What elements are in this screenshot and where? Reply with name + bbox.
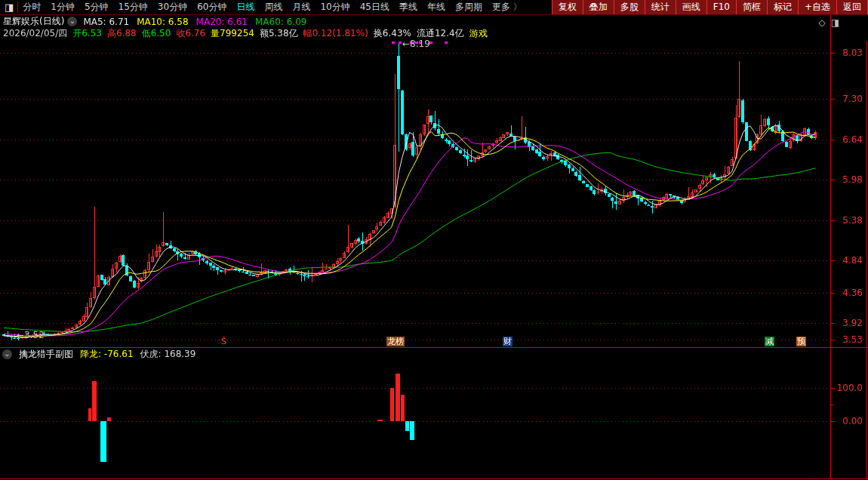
event-badge[interactable]: 预 <box>796 337 806 346</box>
quote-field-0: 2026/02/05/四 <box>3 27 67 40</box>
menu-item-13[interactable]: 多周期 <box>455 1 482 14</box>
diamond-icon[interactable]: ◇ <box>818 17 825 28</box>
toolbar-button-9[interactable]: 返回 <box>836 0 868 14</box>
sub-axis-label: 0.00 <box>833 416 863 426</box>
menu-item-14[interactable]: 更多 〉 <box>492 1 522 14</box>
menu-item-3[interactable]: 15分钟 <box>119 1 148 14</box>
sub-chart-title: 擒龙猎手副图 <box>19 348 73 361</box>
menu-item-9[interactable]: 10分钟 <box>320 1 349 14</box>
quote-field-4: 收6.76 <box>176 27 205 40</box>
toolbar-button-2[interactable]: 多股 <box>614 0 645 14</box>
tdx-stock-app: ◨ 分时1分钟5分钟15分钟30分钟60分钟日线周线月线10分钟45日线季线年线… <box>0 0 868 480</box>
menu-item-1[interactable]: 1分钟 <box>51 1 75 14</box>
price-annotation: ←8.19 <box>402 38 430 49</box>
ma-value-labels: MA5: 6.71MA10: 6.58MA20: 6.61MA60: 6.09 <box>83 17 314 27</box>
event-badge[interactable]: 减 <box>765 337 774 346</box>
menu-item-5[interactable]: 60分钟 <box>197 1 226 14</box>
toolbar-button-0[interactable]: 复权 <box>552 0 583 14</box>
y-axis-label: 8.03 <box>833 48 863 58</box>
quote-field-3: 低6.50 <box>142 27 171 40</box>
split-window-icon[interactable]: ◨ <box>831 17 839 28</box>
y-axis-label: 3.92 <box>833 318 863 328</box>
ma-label-0: MA5: 6.71 <box>83 17 129 27</box>
toolbar-button-6[interactable]: 简框 <box>736 0 767 14</box>
menu-item-10[interactable]: 45日线 <box>360 1 389 14</box>
menu-item-2[interactable]: 5分钟 <box>85 1 109 14</box>
menu-item-7[interactable]: 周线 <box>264 1 282 14</box>
ma-label-3: MA60: 6.09 <box>255 17 306 27</box>
quote-field-6: 额5.38亿 <box>260 27 298 40</box>
menu-item-4[interactable]: 30分钟 <box>158 1 187 14</box>
ma-label-2: MA20: 6.61 <box>196 17 248 27</box>
chevron-down-icon[interactable]: ⌄ <box>2 349 12 359</box>
chart-title-row: 星辉娱乐(日线) ⌄ MA5: 6.71MA10: 6.58MA20: 6.61… <box>3 16 314 27</box>
chart-corner-icons: ◇ ◨ <box>818 17 839 28</box>
quote-field-2: 高6.88 <box>107 27 137 40</box>
menu-item-8[interactable]: 月线 <box>292 1 310 14</box>
menu-item-0[interactable]: 分时 <box>23 1 41 14</box>
quote-field-10: 游戏 <box>469 27 488 40</box>
period-menu-bar: ◨ 分时1分钟5分钟15分钟30分钟60分钟日线周线月线10分钟45日线季线年线… <box>0 0 868 15</box>
toolbar-button-1[interactable]: 叠加 <box>583 0 614 14</box>
sub-axis-label: 100.0 <box>833 383 863 393</box>
price-annotation: ←3.52 <box>17 330 45 340</box>
y-axis-label: 4.84 <box>833 255 863 266</box>
y-axis-label: 4.36 <box>833 288 863 298</box>
quote-info-row: 2026/02/05/四开6.53高6.88低6.50收6.76量799254额… <box>3 28 488 39</box>
toolbar-button-7[interactable]: 标记 <box>767 0 798 14</box>
window-split-icon[interactable]: ◨ <box>5 0 14 14</box>
quote-field-5: 量799254 <box>211 27 254 40</box>
menu-item-12[interactable]: 年线 <box>427 1 445 14</box>
menu-divider <box>17 2 18 13</box>
chevron-down-icon[interactable]: ⌄ <box>67 17 77 26</box>
toolbar-button-3[interactable]: 统计 <box>645 0 676 14</box>
sub-series-2: 伏虎: 168.39 <box>140 348 196 361</box>
toolbar-button-4[interactable]: 画线 <box>676 0 706 14</box>
event-badge[interactable]: 龙榜 <box>386 337 405 346</box>
stock-title: 星辉娱乐(日线) <box>3 15 64 28</box>
period-menu-items: 分时1分钟5分钟15分钟30分钟60分钟日线周线月线10分钟45日线季线年线多周… <box>23 1 522 14</box>
y-axis-label: 7.30 <box>833 94 863 104</box>
quote-field-1: 开6.53 <box>72 27 102 40</box>
toolbar-buttons: 复权叠加多股统计画线F10简框标记+自选返回 <box>552 0 868 14</box>
event-badge[interactable]: Ŝ <box>220 337 227 346</box>
chart-canvas[interactable] <box>0 0 868 480</box>
toolbar-button-8[interactable]: +自选 <box>798 0 836 14</box>
sub-chart-header: ⌄ 擒龙猎手副图 降龙: -76.61 伏虎: 168.39 <box>2 349 195 360</box>
menu-item-11[interactable]: 季线 <box>399 1 417 14</box>
menu-item-6[interactable]: 日线 <box>236 1 254 14</box>
quote-field-7: 幅0.12(1.81%) <box>303 27 368 40</box>
event-badge[interactable]: 财 <box>503 337 512 346</box>
y-axis-label: 5.38 <box>833 215 863 226</box>
y-axis-label: 3.53 <box>833 334 863 345</box>
y-axis-label: 6.64 <box>833 134 863 145</box>
ma-label-1: MA10: 6.58 <box>137 17 188 27</box>
sub-series-1: 降龙: -76.61 <box>80 348 134 361</box>
y-axis-label: 5.98 <box>833 174 863 185</box>
toolbar-button-5[interactable]: F10 <box>706 0 736 14</box>
